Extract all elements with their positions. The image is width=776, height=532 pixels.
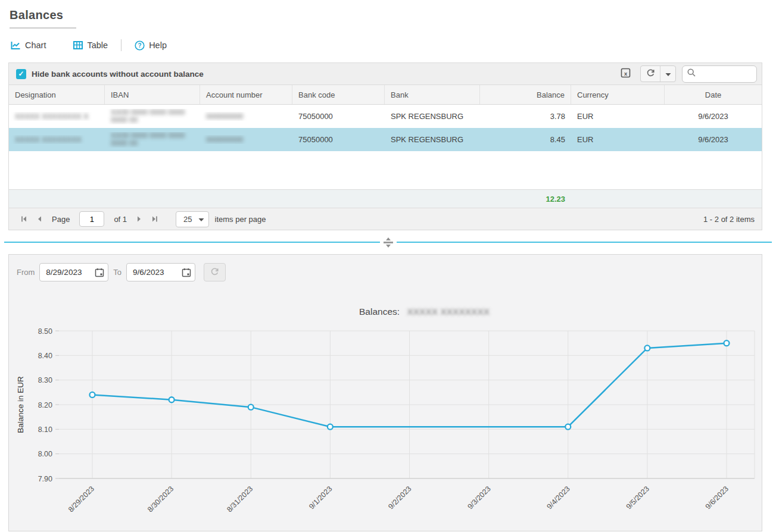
svg-text:9/2/2023: 9/2/2023 [387, 484, 413, 511]
arrow-down-icon [386, 245, 391, 248]
column-header-bank[interactable]: Bank [385, 85, 480, 104]
svg-text:9/3/2023: 9/3/2023 [466, 484, 492, 511]
grid-toolbar: ✓ Hide bank accounts without account bal… [9, 63, 762, 85]
previous-page-button[interactable] [32, 211, 47, 227]
panel-splitter [4, 230, 772, 254]
refresh-options-dropdown[interactable] [660, 66, 675, 82]
to-date-field [126, 263, 195, 281]
column-header-balance[interactable]: Balance [480, 85, 571, 104]
svg-text:8.50: 8.50 [38, 327, 52, 336]
tab-table[interactable]: Table [73, 40, 108, 50]
to-label: To [113, 268, 121, 277]
chevron-down-icon [198, 215, 204, 224]
bank-code-cell: 75050000 [292, 112, 385, 121]
refresh-chart-button[interactable] [204, 263, 226, 281]
calendar-icon[interactable] [182, 268, 191, 277]
from-date-input[interactable] [46, 268, 91, 277]
search-icon [687, 68, 696, 79]
to-date-input[interactable] [133, 268, 178, 277]
hide-accounts-checkbox[interactable]: ✓ [16, 69, 26, 79]
from-date-field [39, 263, 108, 281]
pager-range-label: 1 - 2 of 2 items [703, 215, 755, 224]
table-row[interactable]: XXXXX XXXXXXXX X XX00 0000 0000 0000 000… [9, 105, 762, 128]
bank-cell: SPK REGENSBURG [385, 135, 480, 144]
page-size-select[interactable]: 25 [176, 211, 208, 227]
svg-text:8/29/2023: 8/29/2023 [67, 484, 96, 514]
page-number-input[interactable] [79, 211, 104, 227]
svg-text:8.20: 8.20 [38, 401, 52, 409]
next-page-button[interactable] [132, 211, 147, 227]
grid-search-box [682, 65, 757, 83]
page-title: Balances [10, 8, 762, 22]
items-per-page-label: items per page [215, 215, 266, 224]
svg-text:8.10: 8.10 [38, 425, 52, 434]
svg-text:9/1/2023: 9/1/2023 [307, 484, 334, 511]
balance-cell: 8.45 [480, 135, 571, 144]
checkmark-icon: ✓ [18, 70, 24, 78]
iban-redacted-line2: 0000 00 [111, 116, 138, 124]
svg-text:8.00: 8.00 [38, 450, 52, 458]
svg-text:Balance in EUR: Balance in EUR [16, 376, 25, 433]
balance-line-chart: 7.908.008.108.208.308.408.508/29/20238/3… [9, 287, 762, 530]
bank-cell: SPK REGENSBURG [385, 112, 480, 121]
account-number-redacted: 000000000 [206, 112, 244, 121]
calendar-icon[interactable] [95, 268, 104, 277]
date-cell: 9/6/2023 [665, 135, 762, 144]
grid-search-input[interactable] [699, 70, 752, 79]
svg-text:Balances: XXXXX XXXXXXXX: Balances: XXXXX XXXXXXXX [359, 306, 490, 317]
pager: Page of 1 25 items per page 1 - 2 of 2 i… [9, 208, 762, 230]
table-row-selected[interactable]: XXXXX XXXXXXXX XX00 0000 0000 0000 0000 … [9, 128, 762, 151]
title-underline [10, 27, 76, 29]
arrow-up-icon [386, 237, 391, 240]
designation-redacted: XXXXX XXXXXXXX X [15, 112, 89, 121]
balance-total: 12.23 [480, 195, 571, 204]
refresh-icon [210, 267, 219, 278]
column-header-designation[interactable]: Designation [9, 85, 105, 104]
balances-grid: ✓ Hide bank accounts without account bal… [8, 62, 762, 230]
export-excel-button[interactable]: x [616, 65, 634, 82]
chevron-down-icon [665, 68, 671, 79]
date-cell: 9/6/2023 [665, 112, 762, 121]
sum-row: 12.23 [9, 189, 762, 208]
chart-panel: From To [8, 254, 762, 531]
tab-chart[interactable]: Chart [11, 40, 46, 50]
date-range-toolbar: From To [9, 255, 762, 281]
page-of-label: of 1 [114, 215, 127, 224]
svg-text:8.30: 8.30 [38, 376, 52, 384]
splitter-line-left [4, 242, 380, 243]
excel-export-icon: x [621, 68, 631, 80]
refresh-grid-button[interactable] [641, 66, 660, 82]
svg-text:?: ? [138, 42, 142, 49]
page-label: Page [52, 215, 70, 224]
tabs-divider [121, 39, 121, 51]
iban-redacted: XX00 0000 0000 0000 [111, 132, 185, 140]
tab-table-label: Table [87, 40, 108, 50]
chart-holder: 7.908.008.108.208.308.408.508/29/20238/3… [9, 287, 762, 532]
column-header-currency[interactable]: Currency [571, 85, 665, 104]
balance-cell: 3.78 [480, 112, 571, 121]
designation-redacted: XXXXX XXXXXXXX [15, 136, 82, 144]
iban-redacted: XX00 0000 0000 0000 [111, 109, 185, 117]
splitter-drag-handle[interactable] [382, 237, 395, 248]
view-tabs: Chart Table ? Help [11, 37, 762, 53]
column-header-date[interactable]: Date [665, 85, 762, 104]
column-header-bank-code[interactable]: Bank code [292, 85, 385, 104]
currency-cell: EUR [571, 112, 665, 121]
column-header-iban[interactable]: IBAN [105, 85, 200, 104]
tab-help[interactable]: ? Help [135, 40, 167, 51]
svg-text:8.40: 8.40 [38, 352, 52, 360]
column-header-account-number[interactable]: Account number [200, 85, 292, 104]
svg-text:8/30/2023: 8/30/2023 [146, 484, 175, 514]
iban-redacted-line2: 0000 00 [111, 139, 138, 148]
account-number-redacted: 000000000 [206, 136, 244, 144]
refresh-icon [646, 68, 655, 80]
splitter-line-right [397, 242, 772, 243]
help-icon: ? [135, 40, 145, 51]
svg-text:x: x [624, 70, 628, 76]
svg-text:9/5/2023: 9/5/2023 [625, 484, 651, 511]
tab-help-label: Help [149, 40, 167, 50]
table-grid-icon [73, 41, 83, 49]
last-page-button[interactable] [147, 211, 163, 227]
first-page-button[interactable] [16, 211, 32, 227]
page-size-value: 25 [183, 215, 192, 224]
